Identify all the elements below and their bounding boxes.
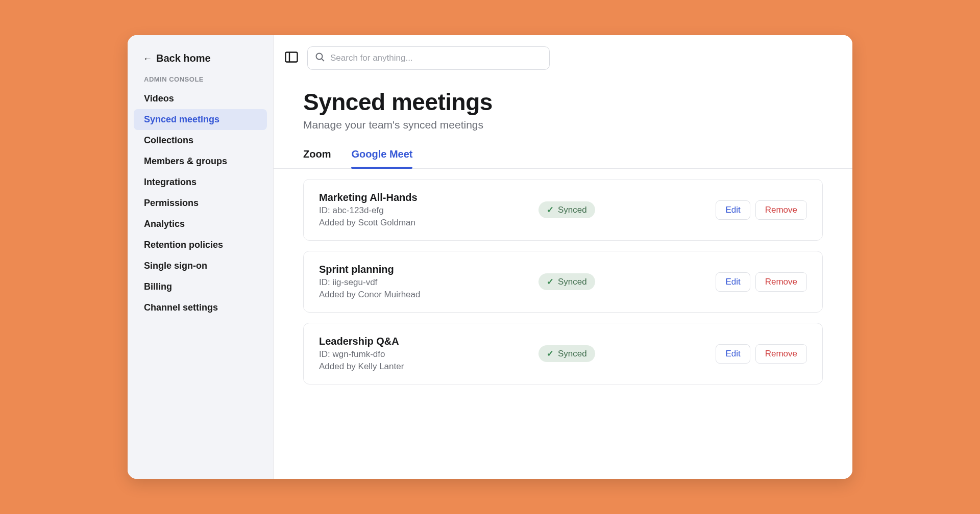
svg-line-3 [322,59,324,61]
panel-toggle-icon[interactable] [285,52,298,65]
status-badge: ✓Synced [538,345,595,362]
topbar [274,35,852,70]
sidebar-item-retention-policies[interactable]: Retention policies [134,235,267,255]
sidebar-item-channel-settings[interactable]: Channel settings [134,297,267,318]
svg-rect-0 [286,53,298,62]
meeting-title: Sprint planning [319,264,538,275]
meeting-info: Leadership Q&AID: wgn-fumk-dfoAdded by K… [319,336,538,372]
meeting-id: ID: iig-segu-vdf [319,277,538,288]
edit-button[interactable]: Edit [716,344,750,364]
status-label: Synced [558,205,587,215]
sidebar-item-permissions[interactable]: Permissions [134,193,267,214]
check-icon: ✓ [547,276,554,287]
tab-zoom[interactable]: Zoom [303,148,331,168]
meeting-added-by: Added by Conor Muirhead [319,290,538,300]
meeting-status: ✓Synced [538,201,595,218]
tabs: ZoomGoogle Meet [274,148,852,169]
page-subtitle: Manage your team's synced meetings [303,119,823,131]
status-label: Synced [558,277,587,287]
main-panel: Synced meetings Manage your team's synce… [274,35,852,479]
sidebar-section-label: ADMIN CONSOLE [134,75,267,88]
tab-google-meet[interactable]: Google Meet [351,148,412,168]
sidebar-item-billing[interactable]: Billing [134,276,267,297]
meeting-actions: EditRemove [716,200,807,220]
status-badge: ✓Synced [538,201,595,218]
sidebar-item-synced-meetings[interactable]: Synced meetings [134,109,267,130]
back-home-link[interactable]: ← Back home [134,50,267,75]
app-window: ← Back home ADMIN CONSOLE VideosSynced m… [128,35,852,479]
sidebar-item-integrations[interactable]: Integrations [134,172,267,193]
sidebar-item-videos[interactable]: Videos [134,88,267,109]
meeting-card: Marketing All-HandsID: abc-123d-efgAdded… [303,179,823,241]
remove-button[interactable]: Remove [755,200,807,220]
meeting-card: Leadership Q&AID: wgn-fumk-dfoAdded by K… [303,323,823,384]
sidebar-item-analytics[interactable]: Analytics [134,214,267,235]
sidebar-item-collections[interactable]: Collections [134,130,267,151]
search-field[interactable] [307,46,550,70]
status-badge: ✓Synced [538,273,595,290]
sidebar-item-members-groups[interactable]: Members & groups [134,151,267,172]
meeting-id: ID: wgn-fumk-dfo [319,349,538,359]
meeting-actions: EditRemove [716,344,807,364]
meeting-status: ✓Synced [538,345,595,362]
edit-button[interactable]: Edit [716,272,750,292]
meeting-status: ✓Synced [538,273,595,290]
svg-point-2 [316,54,323,60]
check-icon: ✓ [547,348,554,359]
status-label: Synced [558,349,587,359]
search-icon [315,52,325,64]
meeting-title: Leadership Q&A [319,336,538,347]
meeting-added-by: Added by Kelly Lanter [319,362,538,372]
remove-button[interactable]: Remove [755,272,807,292]
meeting-card: Sprint planningID: iig-segu-vdfAdded by … [303,251,823,313]
meeting-info: Marketing All-HandsID: abc-123d-efgAdded… [319,192,538,228]
meeting-info: Sprint planningID: iig-segu-vdfAdded by … [319,264,538,300]
arrow-left-icon: ← [143,54,152,63]
edit-button[interactable]: Edit [716,200,750,220]
meeting-list: Marketing All-HandsID: abc-123d-efgAdded… [303,169,823,384]
back-home-label: Back home [156,53,211,64]
meeting-title: Marketing All-Hands [319,192,538,203]
remove-button[interactable]: Remove [755,344,807,364]
content-area: Synced meetings Manage your team's synce… [274,70,852,384]
page-title: Synced meetings [303,88,823,116]
search-input[interactable] [330,53,542,63]
sidebar-nav: VideosSynced meetingsCollectionsMembers … [134,88,267,318]
sidebar: ← Back home ADMIN CONSOLE VideosSynced m… [128,35,274,479]
meeting-actions: EditRemove [716,272,807,292]
meeting-id: ID: abc-123d-efg [319,205,538,216]
check-icon: ✓ [547,204,554,215]
sidebar-item-single-sign-on[interactable]: Single sign-on [134,255,267,276]
meeting-added-by: Added by Scott Goldman [319,218,538,228]
